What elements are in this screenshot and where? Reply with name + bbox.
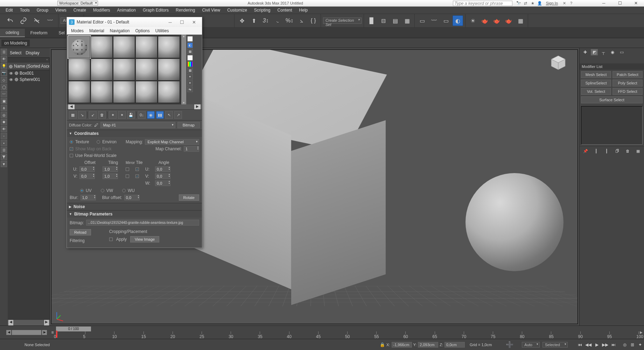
delete-icon[interactable]: 🗑 — [98, 111, 106, 119]
create-tab-icon[interactable]: ✚ — [582, 49, 589, 55]
material-slot-3[interactable] — [113, 36, 135, 58]
mapping-dropdown[interactable]: Explicit Map Channel — [145, 139, 199, 145]
snap-angle-tool[interactable]: ⦣ — [296, 15, 307, 26]
material-slot-8[interactable] — [113, 59, 135, 81]
motion-tab-icon[interactable]: ◉ — [609, 49, 616, 55]
scroll-left[interactable]: ◀ — [8, 320, 13, 325]
up-arrow-icon[interactable]: ⬆ — [248, 15, 259, 26]
assign-icon[interactable]: ↙ — [89, 111, 97, 119]
box-object[interactable] — [184, 57, 366, 253]
y-field[interactable]: 2,093cm — [418, 342, 438, 348]
eye-icon[interactable]: 👁 — [9, 77, 13, 82]
next-frame-icon[interactable]: ▶▶ — [601, 341, 609, 348]
menu-modifiers[interactable]: Modifiers — [90, 7, 114, 13]
material-slot-12[interactable] — [91, 81, 113, 103]
color-swatch[interactable] — [15, 71, 18, 75]
tab-freeform[interactable]: Freeform — [25, 29, 53, 37]
menu-help[interactable]: Help — [296, 7, 312, 13]
show-end-result-icon[interactable]: ▮▮ — [156, 111, 164, 119]
render-frame-button[interactable]: 🫖 — [479, 15, 490, 26]
x-field[interactable]: -1,966cm — [392, 342, 412, 348]
display-tab-icon[interactable]: ▭ — [618, 49, 625, 55]
u-tile[interactable]: ✓ — [135, 167, 139, 171]
sample-type-icon[interactable]: ○ — [187, 36, 193, 42]
slot-vscroll[interactable]: ▲▼ — [181, 35, 186, 104]
vw-radio[interactable] — [101, 189, 104, 192]
v-tile[interactable]: ✓ — [135, 174, 139, 178]
filter-arrow-icon[interactable]: ▼ — [1, 161, 7, 167]
menu-graph-editors[interactable]: Graph Editors — [139, 7, 172, 13]
map-type-button[interactable]: Bitmap — [177, 122, 200, 128]
w-angle[interactable]: 0,0 — [155, 180, 170, 186]
modifier-list-label[interactable]: Modifier List — [580, 63, 644, 70]
v-offset[interactable]: 0,0 — [79, 173, 95, 179]
material-slot-10[interactable] — [158, 59, 180, 81]
curve-editor-button[interactable]: ▭ — [417, 15, 427, 26]
list-icon[interactable]: ☰ — [1, 147, 7, 153]
v-mirror[interactable] — [126, 174, 129, 178]
backlight-icon[interactable]: ◐ — [187, 42, 193, 48]
selection-set-dropdown[interactable]: Create Selection Set — [323, 18, 362, 24]
mirror-button[interactable]: ▐▌ — [366, 15, 377, 26]
percent-tool[interactable]: %↕ — [284, 15, 295, 26]
move-tool[interactable]: ✥ — [237, 15, 247, 26]
rotate-button[interactable]: Rotate — [179, 194, 199, 201]
trash-icon[interactable]: 🗑 — [624, 148, 631, 154]
dialog-close[interactable]: ✕ — [188, 20, 200, 25]
time-slider[interactable]: 0 / 100 — [56, 327, 91, 331]
display-label[interactable]: Display — [26, 50, 39, 55]
camera-icon[interactable]: 📷 — [1, 70, 7, 76]
blur-offset-spinner[interactable]: 0,0 — [124, 195, 140, 200]
bitmap-rollout-head[interactable]: ▼Bitmap Parameters — [67, 211, 202, 218]
dialog-button[interactable]: ▭ — [441, 15, 451, 26]
minimize-button[interactable]: ─ — [596, 0, 612, 7]
configure-icon[interactable]: ▦ — [635, 148, 641, 154]
dope-sheet-button[interactable]: 〰 — [429, 15, 439, 26]
menu-scripting[interactable]: Scripting — [251, 7, 274, 13]
help-icon[interactable]: ? — [568, 1, 574, 6]
u-offset[interactable]: 0,0 — [79, 166, 95, 172]
material-slot-9[interactable] — [135, 59, 158, 81]
options-icon[interactable]: ✦ — [187, 80, 193, 86]
blur-spinner[interactable]: 1,0 — [80, 195, 96, 200]
close-x-icon[interactable]: ✕ — [561, 1, 567, 6]
hidden-icon[interactable]: ▫ — [1, 133, 7, 139]
sphere-object[interactable] — [465, 173, 564, 271]
angle-tool[interactable]: ⦦ — [272, 15, 283, 26]
v-angle[interactable]: 0,0 — [155, 173, 170, 179]
viewcube[interactable] — [550, 54, 567, 71]
helper-icon[interactable]: ◇ — [1, 77, 7, 83]
material-slot-13[interactable] — [113, 81, 135, 103]
workspace-dropdown[interactable]: Workspace: Default — [56, 1, 98, 5]
dialog-titlebar[interactable]: 3 Material Editor - 01 - Default ─ ☐ ✕ — [67, 17, 202, 27]
noise-rollout-head[interactable]: ▶Noise — [67, 203, 202, 210]
render-preset-button[interactable]: ▦ — [515, 15, 526, 26]
goto-start-icon[interactable]: ⏮ — [576, 341, 584, 348]
unlink-button[interactable] — [31, 15, 43, 27]
mat-menu-navigation[interactable]: Navigation — [107, 28, 133, 34]
shape-icon[interactable]: ◯ — [1, 84, 7, 90]
scene-header[interactable]: Name (Sorted Ascending) — [8, 63, 49, 70]
unique-icon[interactable]: ┃ — [603, 148, 610, 154]
brackets-icon[interactable]: { } — [308, 15, 318, 26]
background-icon[interactable]: ▩ — [187, 49, 193, 54]
material-slot-4[interactable] — [135, 36, 158, 58]
spline-select-button[interactable]: SplineSelect — [581, 80, 611, 87]
link-button[interactable] — [18, 15, 29, 27]
u-angle[interactable]: 0,0 — [155, 166, 170, 172]
scene-explorer-icon[interactable]: ☰ — [1, 49, 7, 55]
show-map-icon[interactable]: ◉ — [147, 111, 155, 119]
funnel-icon[interactable] — [1, 154, 7, 160]
eye-icon[interactable]: 👁 — [9, 71, 13, 75]
reload-button[interactable]: Reload — [70, 229, 91, 235]
uv-radio[interactable] — [80, 189, 84, 192]
mat-menu-material[interactable]: Material — [86, 28, 107, 34]
zero-icon[interactable]: 0↓ — [138, 111, 146, 119]
make-copy-icon[interactable]: ✦ — [109, 111, 117, 119]
dialog-minimize[interactable]: ─ — [164, 20, 176, 25]
menu-edit[interactable]: Edit — [2, 7, 16, 13]
material-slot-11[interactable] — [68, 81, 90, 103]
menu-group[interactable]: Group — [33, 7, 52, 13]
frozen-icon[interactable]: ▪ — [1, 140, 7, 146]
preview-icon[interactable]: ✦ — [187, 74, 193, 80]
